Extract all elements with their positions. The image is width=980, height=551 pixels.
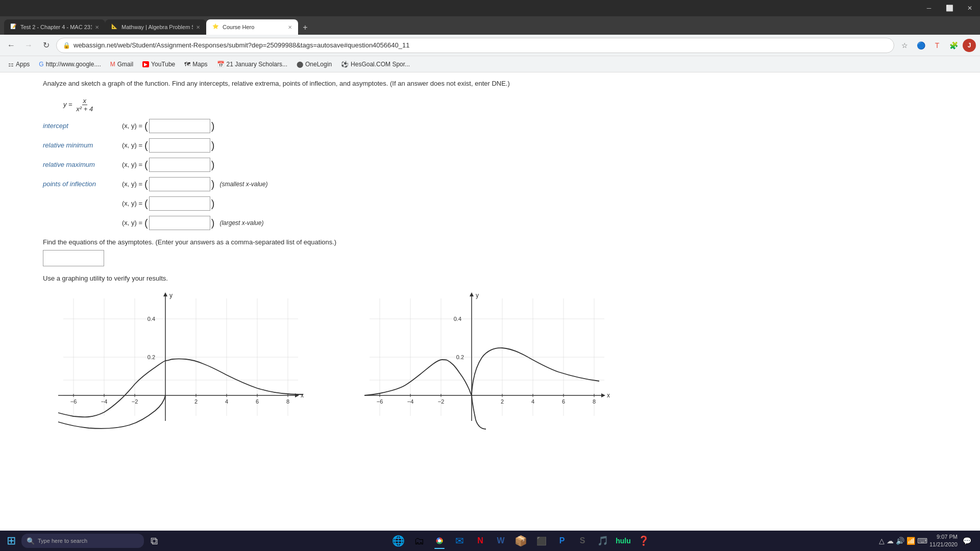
svg-text:0.4: 0.4 [148, 316, 155, 322]
scholars-icon: 📅 [217, 61, 225, 68]
taskbar-edge[interactable]: 🌐 [389, 532, 408, 550]
extensions-button[interactable]: 🧩 [946, 38, 961, 53]
taskbar-chrome[interactable] [430, 532, 449, 550]
tab-3[interactable]: ⭐ Course Hero ✕ [206, 19, 298, 35]
svg-text:2: 2 [194, 398, 198, 405]
close-paren-6: ) [211, 218, 215, 228]
inflection-1-hint: (smallest x-value) [219, 181, 267, 188]
back-button[interactable]: ← [4, 38, 18, 53]
inflection-3-row: (x, y) = ( ) (largest x-value) [43, 216, 937, 230]
svg-text:8: 8 [593, 398, 596, 405]
apps-icon: ⚏ [8, 61, 14, 68]
toolbar-icons: ☆ 🔵 T 🧩 J [897, 38, 976, 53]
search-placeholder: Type here to search [38, 538, 87, 544]
bookmark-gmail[interactable]: M Gmail [106, 59, 137, 70]
extension-1-button[interactable]: 🔵 [914, 38, 928, 53]
navigation-toolbar: ← → ↻ 🔒 webassign.net/web/Student/Assign… [0, 35, 980, 56]
bookmark-star-button[interactable]: ☆ [897, 38, 912, 53]
svg-text:y: y [169, 292, 173, 299]
inflection-3-input-group: ( ) (largest x-value) [144, 216, 263, 230]
svg-text:−2: −2 [132, 398, 138, 405]
time-display: 9:07 PM [929, 533, 958, 541]
intercept-label: intercept [43, 122, 122, 130]
rel-max-input-group: ( ) [144, 158, 214, 172]
tab-3-close[interactable]: ✕ [288, 24, 292, 30]
bookmark-hesgoal-label: HesGoal.COM Spor... [351, 61, 410, 68]
refresh-button[interactable]: ↻ [39, 38, 53, 53]
rel-min-eq: (x, y) = [122, 141, 142, 149]
task-view-button[interactable]: ⧉ [145, 532, 163, 550]
volume-icon[interactable]: 🔊 [896, 537, 904, 545]
taskbar-app3[interactable]: S [573, 532, 592, 550]
notification-button[interactable]: 💬 [960, 534, 974, 548]
lock-icon: 🔒 [63, 42, 70, 49]
tab-2-close[interactable]: ✕ [196, 24, 200, 30]
hesgoal-icon: ⚽ [341, 61, 349, 68]
svg-text:6: 6 [562, 398, 565, 405]
open-paren-5: ( [144, 198, 148, 209]
relative-maximum-input[interactable] [149, 158, 210, 172]
extension-2-button[interactable]: T [930, 38, 944, 53]
taskbar-itunes[interactable]: 🎵 [594, 532, 612, 550]
address-bar[interactable]: 🔒 webassign.net/web/Student/Assignment-R… [56, 38, 894, 53]
bookmark-scholars-label: 21 January Scholars... [227, 61, 287, 68]
close-paren-1: ) [211, 121, 215, 131]
taskbar-hulu[interactable]: hulu [614, 532, 632, 550]
taskbar-word[interactable]: W [492, 532, 510, 550]
bookmark-youtube-label: YouTube [151, 61, 175, 68]
speaker-icon[interactable]: 📶 [906, 537, 915, 545]
svg-text:x: x [301, 392, 304, 399]
taskbar-apps: 🌐 🗂 ✉ N W 📦 ⬛ P S 🎵 hulu ❓ [164, 532, 878, 550]
battery-icon[interactable]: ⌨ [917, 537, 927, 545]
taskbar-right: △ ☁ 🔊 📶 ⌨ 9:07 PM 11/21/2020 💬 [879, 533, 974, 549]
minimize-button[interactable]: ─ [919, 0, 939, 16]
bookmark-hesgoal[interactable]: ⚽ HesGoal.COM Spor... [337, 59, 414, 70]
bookmark-google[interactable]: G http://www.google.... [35, 59, 105, 70]
start-button[interactable]: ⊞ [2, 532, 20, 550]
svg-text:4: 4 [531, 398, 534, 405]
taskbar-file-explorer[interactable]: 🗂 [410, 532, 428, 550]
tab-1-close[interactable]: ✕ [95, 24, 99, 30]
restore-button[interactable]: ⬜ [939, 0, 960, 16]
taskbar-app1[interactable]: ⬛ [532, 532, 551, 550]
taskbar-help[interactable]: ❓ [634, 532, 653, 550]
svg-marker-48 [470, 292, 474, 296]
tab-2[interactable]: 📐 Mathway | Algebra Problem Solv... ✕ [105, 19, 206, 35]
taskbar-mail[interactable]: ✉ [451, 532, 469, 550]
taskbar-netflix[interactable]: N [471, 532, 489, 550]
new-tab-button[interactable]: + [298, 20, 312, 35]
inflection-1-input[interactable] [149, 177, 210, 191]
inflection-3-input[interactable] [149, 216, 210, 230]
profile-button[interactable]: J [963, 39, 976, 52]
close-button[interactable]: ✕ [960, 0, 980, 16]
tab-1[interactable]: 📝 Test 2 - Chapter 4 - MAC 2311, s ✕ [4, 19, 105, 35]
graph-1: y x 0.4 0.2 −6 −4 [43, 288, 308, 431]
numerator: x [82, 97, 88, 105]
titlebar: ─ ⬜ ✕ [0, 0, 980, 16]
inflection-2-input[interactable] [149, 196, 210, 211]
browser-window: ─ ⬜ ✕ 📝 Test 2 - Chapter 4 - MAC 2311, s… [0, 0, 980, 531]
network-icon[interactable]: △ [879, 537, 885, 545]
taskbar-publisher[interactable]: P [553, 532, 571, 550]
bookmark-apps[interactable]: ⚏ Apps [4, 59, 34, 70]
inflection-2-row: (x, y) = ( ) [43, 196, 937, 211]
taskbar-dropbox[interactable]: 📦 [512, 532, 530, 550]
inflection-1-eq: (x, y) = [122, 180, 142, 188]
open-paren-2: ( [144, 140, 148, 151]
svg-text:0.2: 0.2 [148, 354, 155, 360]
asymptote-input[interactable] [43, 250, 104, 266]
bookmarks-bar: ⚏ Apps G http://www.google.... M Gmail ▶… [0, 56, 980, 72]
relative-minimum-input[interactable] [149, 138, 210, 153]
bookmark-youtube[interactable]: ▶ YouTube [138, 59, 179, 70]
search-bar[interactable]: 🔍 Type here to search [21, 534, 144, 548]
forward-button[interactable]: → [21, 38, 36, 53]
bookmark-onelogin[interactable]: ⬤ OneLogin [292, 59, 336, 70]
question-text: Analyze and sketch a graph of the functi… [43, 72, 937, 93]
youtube-icon: ▶ [142, 61, 149, 67]
clock-display[interactable]: 9:07 PM 11/21/2020 [929, 533, 958, 549]
bookmark-maps[interactable]: 🗺 Maps [180, 59, 211, 70]
bookmark-scholars[interactable]: 📅 21 January Scholars... [213, 59, 291, 70]
cloud-icon[interactable]: ☁ [887, 537, 894, 545]
svg-text:0.4: 0.4 [454, 316, 461, 322]
intercept-input[interactable] [149, 119, 210, 133]
